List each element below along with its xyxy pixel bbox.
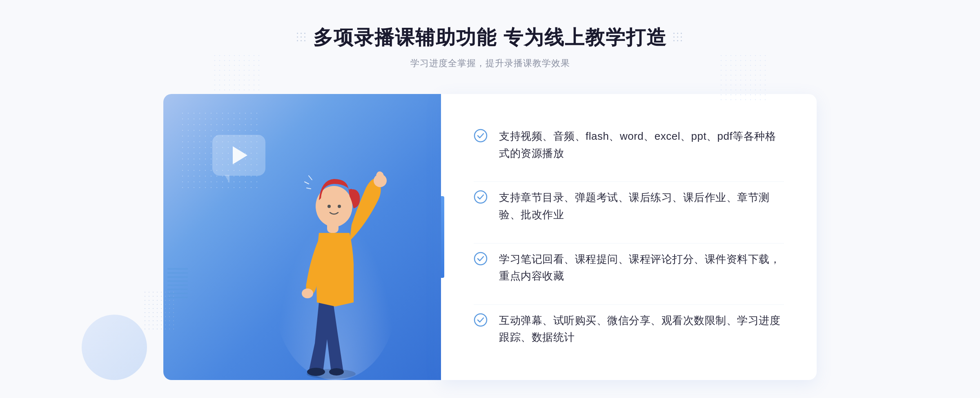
feature-item: 互动弹幕、试听购买、微信分享、观看次数限制、学习进度跟踪、数据统计 [474,304,784,353]
check-circle-icon [474,252,488,266]
svg-point-9 [474,130,487,142]
deco-circle-large [82,315,147,380]
main-title: 多项录播课辅助功能 专为线上教学打造 [313,25,666,51]
illustration-area [163,94,441,380]
right-title-decoration [673,33,683,42]
title-row: 多项录播课辅助功能 专为线上教学打造 [297,25,683,51]
svg-point-1 [307,368,325,376]
feature-item: 支持章节目录、弹题考试、课后练习、课后作业、章节测验、批改作业 [474,181,784,230]
page-container: 《 多项录播课辅助功能 专为线上教学打造 学习进度全 [0,0,980,398]
check-circle-icon [474,190,488,204]
feature-text-4: 互动弹幕、试听购买、微信分享、观看次数限制、学习进度跟踪、数据统计 [499,312,784,346]
feature-text-1: 支持视频、音频、flash、word、excel、ppt、pdf等各种格式的资源… [499,128,784,162]
feature-text-3: 学习笔记回看、课程提问、课程评论打分、课件资料下载，重点内容收藏 [499,251,784,285]
check-circle-icon [474,313,488,327]
check-circle-icon [474,129,488,143]
header-section: 多项录播课辅助功能 专为线上教学打造 学习进度全掌握，提升录播课教学效果 [297,25,683,69]
left-title-decoration [297,33,307,42]
svg-point-10 [474,191,487,203]
svg-point-7 [327,205,331,208]
svg-point-12 [474,314,487,326]
sub-title: 学习进度全掌握，提升录播课教学效果 [297,57,683,69]
deco-dots-bottom [143,290,176,331]
person-illustration [256,143,411,380]
feature-text-2: 支持章节目录、弹题考试、课后练习、课后作业、章节测验、批改作业 [499,189,784,223]
feature-item: 学习笔记回看、课程提问、课程评论打分、课件资料下载，重点内容收藏 [474,243,784,292]
content-section: 支持视频、音频、flash、word、excel、ppt、pdf等各种格式的资源… [163,94,817,380]
features-area: 支持视频、音频、flash、word、excel、ppt、pdf等各种格式的资源… [441,94,817,380]
features-tab-accent [441,196,444,278]
svg-point-4 [302,288,313,298]
svg-point-8 [338,205,341,208]
feature-item: 支持视频、音频、flash、word、excel、ppt、pdf等各种格式的资源… [474,121,784,169]
svg-point-11 [474,253,487,265]
play-icon [233,146,247,164]
svg-point-2 [329,368,344,376]
